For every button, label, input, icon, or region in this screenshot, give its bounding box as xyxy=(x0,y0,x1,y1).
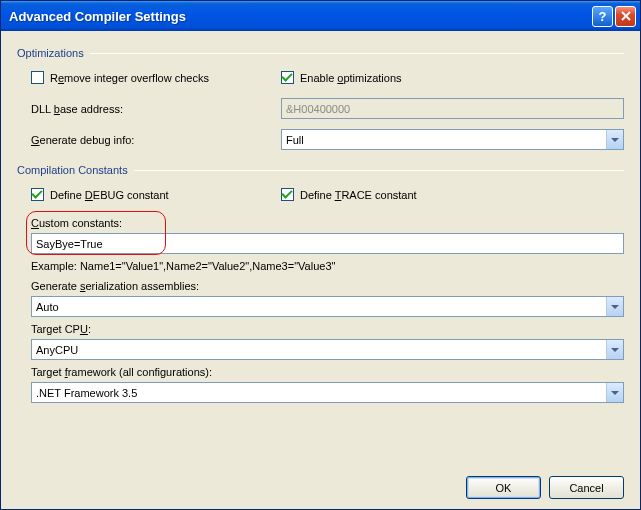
chevron-down-icon xyxy=(606,383,623,402)
dll-base-input xyxy=(281,98,624,119)
divider xyxy=(134,170,624,171)
define-trace-label: Define TRACE constant xyxy=(300,189,417,201)
close-button[interactable] xyxy=(615,6,636,27)
generate-debug-select[interactable]: Full xyxy=(281,129,624,150)
gen-serial-label: Generate serialization assemblies: xyxy=(31,280,199,292)
target-cpu-label: Target CPU: xyxy=(31,323,91,335)
window-title: Advanced Compiler Settings xyxy=(9,9,592,24)
group-header-optimizations: Optimizations xyxy=(17,47,624,59)
gen-serial-value: Auto xyxy=(32,301,606,313)
divider xyxy=(90,53,624,54)
group-header-compilation: Compilation Constants xyxy=(17,164,624,176)
group-body-optimizations: Remove integer overflow checks Enable op… xyxy=(17,67,624,160)
gen-serial-select[interactable]: Auto xyxy=(31,296,624,317)
target-framework-label: Target framework (all configurations): xyxy=(31,366,212,378)
target-cpu-select[interactable]: AnyCPU xyxy=(31,339,624,360)
group-body-compilation: Define DEBUG constant Define TRACE const… xyxy=(17,184,624,409)
target-framework-value: .NET Framework 3.5 xyxy=(32,387,606,399)
dll-base-label: DLL base address: xyxy=(31,103,123,115)
generate-debug-value: Full xyxy=(282,134,606,146)
button-bar: OK Cancel xyxy=(17,468,624,499)
remove-overflow-checkbox[interactable] xyxy=(31,71,44,84)
enable-optimizations-label: Enable optimizations xyxy=(300,72,402,84)
define-trace-checkbox[interactable] xyxy=(281,188,294,201)
target-cpu-value: AnyCPU xyxy=(32,344,606,356)
define-debug-label: Define DEBUG constant xyxy=(50,189,169,201)
remove-overflow-label: Remove integer overflow checks xyxy=(50,72,209,84)
target-framework-select[interactable]: .NET Framework 3.5 xyxy=(31,382,624,403)
chevron-down-icon xyxy=(606,297,623,316)
cancel-button[interactable]: Cancel xyxy=(549,476,624,499)
close-icon xyxy=(621,11,631,21)
titlebar: Advanced Compiler Settings ? xyxy=(1,1,640,31)
group-label-compilation: Compilation Constants xyxy=(17,164,128,176)
chevron-down-icon xyxy=(606,130,623,149)
group-label-optimizations: Optimizations xyxy=(17,47,84,59)
example-text: Example: Name1="Value1",Name2="Value2",N… xyxy=(31,260,335,272)
chevron-down-icon xyxy=(606,340,623,359)
dialog-content: Optimizations Remove integer overflow ch… xyxy=(1,31,640,509)
dialog-window: Advanced Compiler Settings ? Optimizatio… xyxy=(0,0,641,510)
custom-constants-label: Custom constants: xyxy=(31,217,122,229)
define-debug-checkbox[interactable] xyxy=(31,188,44,201)
generate-debug-label: Generate debug info: xyxy=(31,134,134,146)
help-button[interactable]: ? xyxy=(592,6,613,27)
enable-optimizations-checkbox[interactable] xyxy=(281,71,294,84)
custom-constants-input[interactable] xyxy=(31,233,624,254)
titlebar-buttons: ? xyxy=(592,6,636,27)
ok-button[interactable]: OK xyxy=(466,476,541,499)
